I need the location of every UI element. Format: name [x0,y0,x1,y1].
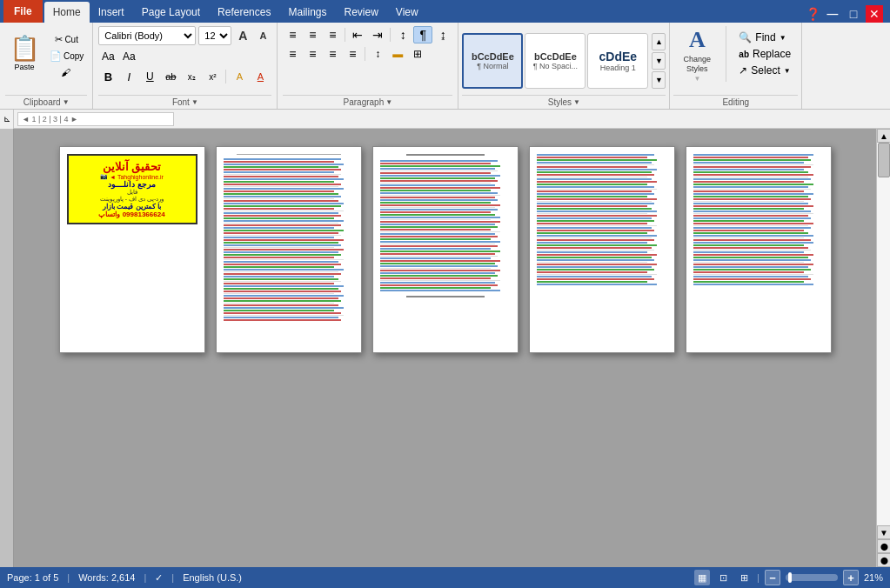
font-grow-button[interactable]: A [234,27,251,44]
replace-button[interactable]: ab Replace [732,46,798,62]
pages-area: تحقیق آنلاین Tahghighonline.ir ◄ 📷 مرجع … [14,129,876,567]
insert-tab[interactable]: Insert [90,2,133,23]
bold-button[interactable]: B [98,68,117,85]
word-count: Words: 2,614 [78,572,135,583]
language-indicator[interactable]: English (U.S.) [183,572,242,583]
web-layout-view-button[interactable]: ⊞ [736,570,752,585]
align-right-button[interactable]: ≡ [323,45,342,63]
styles-scroll-down[interactable]: ▼ [652,52,666,70]
line-spacing2-button[interactable]: ↕ [368,45,387,63]
font-color-button[interactable]: A [251,68,270,85]
full-screen-view-button[interactable]: ⊡ [715,570,731,585]
italic-button[interactable]: I [119,68,138,85]
scroll-down-button[interactable]: ▼ [877,525,890,539]
paste-button[interactable]: 📋 Paste [5,28,43,77]
paragraph-group-label: Paragraph▼ [283,95,452,107]
align-center-button[interactable]: ≡ [303,45,322,63]
heading1-style-item[interactable]: cDdEe Heading 1 [587,33,648,89]
sort-button[interactable]: ↕ [393,26,412,43]
change-styles-editing-area: A ChangeStyles ▼ 🔍 Find ▼ ab Replace ↗ [670,23,802,109]
font-group: Calibri (Body) 12 A A Aa Aa B I U ab x₂ … [93,23,278,109]
editing-group-label: Editing [673,95,798,107]
paragraph-group: ≡ ≡ ≡ ⇤ ⇥ ↕ ¶ ↨ ≡ ≡ ≡ ≡ ↕ ▬ ⊞ [278,23,458,109]
zoom-out-button[interactable]: − [765,570,780,585]
file-tab[interactable]: File [3,0,43,23]
spell-check-icon[interactable]: ✓ [155,572,163,584]
line-spacing-button[interactable]: ↨ [433,26,452,43]
highlight-button[interactable]: A [230,68,249,85]
multilevel-button[interactable]: ≡ [323,26,342,43]
subscript-button[interactable]: x₂ [182,68,201,85]
ruler-corner[interactable]: ⊾ [0,110,14,129]
styles-group-label: Styles▼ [462,95,666,107]
font-size-select[interactable]: 12 [198,26,231,45]
normal-style-item[interactable]: bCcDdEe ¶ Normal [462,33,523,89]
view-tab[interactable]: View [387,2,427,23]
references-tab[interactable]: References [209,2,279,23]
vertical-scrollbar[interactable]: ▲ ▼ ⬤ ⬤ [876,129,890,567]
scroll-thumb[interactable] [878,143,890,177]
numbering-button[interactable]: ≡ [303,26,322,43]
page-5 [686,146,832,353]
page-4 [529,146,675,353]
zoom-in-button[interactable]: + [843,570,859,585]
font-group-label: Font▼ [98,95,271,107]
page-1: تحقیق آنلاین Tahghighonline.ir ◄ 📷 مرجع … [59,146,205,353]
strikethrough-button[interactable]: ab [161,68,180,85]
copy-button[interactable]: 📄 Copy [46,48,87,63]
cut-button[interactable]: ✂ Cut [46,31,87,47]
page-count: Page: 1 of 5 [7,572,58,583]
styles-scroll-up[interactable]: ▲ [652,33,666,50]
justify-button[interactable]: ≡ [343,45,362,63]
styles-group: bCcDdEe ¶ Normal bCcDdEe ¶ No Spaci... c… [458,23,670,109]
shading-button[interactable]: ▬ [388,45,407,63]
align-left-button[interactable]: ≡ [283,45,302,63]
borders-button[interactable]: ⊞ [408,45,427,63]
banner-title: تحقیق آنلاین [73,160,191,173]
home-tab[interactable]: Home [44,2,90,23]
help-icon[interactable]: ❓ [806,7,820,21]
minimize-btn[interactable]: ─ [824,5,841,23]
decrease-indent-button[interactable]: ⇤ [348,26,367,43]
font-name-select[interactable]: Calibri (Body) [98,26,196,45]
select-button[interactable]: ↗ Select ▼ [732,63,798,78]
superscript-button[interactable]: x² [203,68,222,85]
scroll-prev-page-button[interactable]: ⬤ [877,539,890,553]
page-layout-tab[interactable]: Page Layout [133,2,209,23]
format-painter-button[interactable]: 🖌 [46,64,87,80]
increase-indent-button[interactable]: ⇥ [368,26,387,43]
maximize-btn[interactable]: □ [845,5,862,23]
close-btn[interactable]: ✕ [866,5,883,23]
zoom-level: 21% [864,572,883,583]
clipboard-group: 📋 Paste ✂ Cut 📄 Copy 🖌 Clipboard ▼ [0,23,93,109]
find-button[interactable]: 🔍 Find ▼ [732,30,798,45]
print-layout-view-button[interactable]: ▦ [694,570,710,585]
zoom-slider[interactable] [786,574,838,581]
page-2 [216,146,362,353]
clipboard-group-label: Clipboard ▼ [5,95,87,107]
styles-expand[interactable]: ▼ [652,71,666,89]
no-spacing-style-item[interactable]: bCcDdEe ¶ No Spaci... [525,33,586,89]
page-3 [372,146,519,353]
change-case-button[interactable]: Aa [119,48,138,65]
clear-format-button[interactable]: Aa [98,48,117,65]
status-bar: Page: 1 of 5 | Words: 2,614 | ✓ | Englis… [0,567,890,588]
mailings-tab[interactable]: Mailings [279,2,335,23]
review-tab[interactable]: Review [335,2,386,23]
font-shrink-button[interactable]: A [254,27,271,44]
underline-button[interactable]: U [140,68,159,85]
show-hide-button[interactable]: ¶ [413,26,432,43]
scroll-up-button[interactable]: ▲ [877,129,890,143]
change-styles-button[interactable]: A ChangeStyles [673,26,720,75]
bullets-button[interactable]: ≡ [283,26,302,43]
left-margin [0,129,14,567]
scroll-next-page-button[interactable]: ⬤ [877,553,890,567]
